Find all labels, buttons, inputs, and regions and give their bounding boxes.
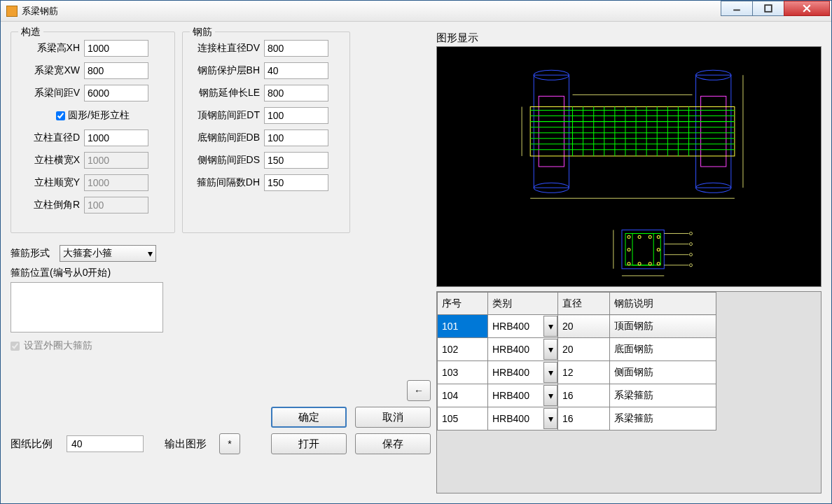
xh-label: 系梁高XH: [18, 42, 80, 55]
cell-desc[interactable]: 系梁箍筋: [610, 384, 716, 407]
cell-dia[interactable]: 20: [558, 338, 610, 361]
table-row[interactable]: 104HRB400▾16系梁箍筋: [438, 384, 716, 407]
dh-label: 箍筋间隔数DH: [190, 176, 260, 189]
cell-dia[interactable]: 20: [558, 315, 610, 338]
xw-label: 系梁宽XW: [18, 64, 80, 77]
output-label: 输出图形: [165, 438, 207, 451]
cell-cat[interactable]: HRB400▾: [488, 361, 558, 384]
th-cat[interactable]: 类别: [488, 293, 558, 315]
db-input[interactable]: [264, 130, 328, 146]
le-label: 钢筋延伸长LE: [190, 87, 260, 99]
xh-input[interactable]: [84, 40, 148, 57]
ds-input[interactable]: [264, 152, 328, 169]
cell-seq[interactable]: 101: [438, 315, 488, 338]
bh-label: 钢筋保护层BH: [190, 64, 260, 77]
cell-seq[interactable]: 105: [438, 407, 488, 430]
close-button[interactable]: [784, 1, 830, 16]
chevron-down-icon[interactable]: ▾: [543, 316, 557, 337]
cell-desc[interactable]: 侧面钢筋: [610, 361, 716, 384]
window-title: 系梁钢筋: [22, 5, 721, 18]
chevron-down-icon[interactable]: ▾: [543, 408, 557, 429]
scale-input[interactable]: [67, 435, 144, 452]
rebar-table[interactable]: 序号 类别 直径 钢筋说明 101HRB400▾20顶面钢筋102HRB400▾…: [436, 291, 821, 493]
cell-dia[interactable]: 16: [558, 384, 610, 407]
svg-point-51: [690, 243, 693, 246]
y-label: 立柱顺宽Y: [18, 176, 80, 189]
cell-desc[interactable]: 顶面钢筋: [610, 315, 716, 338]
cell-seq[interactable]: 103: [438, 361, 488, 384]
dv-label: 连接柱直径DV: [190, 42, 260, 55]
rebar-legend: 钢筋: [190, 26, 215, 38]
rebar-group: 钢筋 连接柱直径DV 钢筋保护层BH 钢筋延伸长LE 顶钢筋间距DT 底钢筋间距…: [182, 31, 350, 233]
maximize-button[interactable]: [752, 1, 784, 16]
table-row[interactable]: 105HRB400▾16系梁箍筋: [438, 407, 716, 430]
bh-input[interactable]: [264, 62, 328, 79]
open-button[interactable]: 打开: [271, 433, 347, 454]
cell-desc[interactable]: 底面钢筋: [610, 338, 716, 361]
svg-point-43: [638, 262, 641, 265]
table-row[interactable]: 102HRB400▾20底面钢筋: [438, 338, 716, 361]
output-button[interactable]: *: [219, 433, 240, 454]
chevron-down-icon: ▾: [148, 248, 153, 259]
svg-rect-36: [625, 234, 660, 265]
table-row[interactable]: 103HRB400▾12侧面钢筋: [438, 361, 716, 384]
svg-point-45: [657, 262, 660, 265]
table-row[interactable]: 101HRB400▾20顶面钢筋: [438, 315, 716, 338]
svg-point-53: [690, 253, 693, 256]
cell-dia[interactable]: 12: [558, 361, 610, 384]
arrow-left-icon: ←: [414, 385, 424, 396]
svg-point-42: [628, 262, 630, 265]
cell-cat[interactable]: HRB400▾: [488, 407, 558, 430]
dt-input[interactable]: [264, 107, 328, 124]
save-button[interactable]: 保存: [355, 433, 431, 454]
dv-input[interactable]: [264, 40, 328, 57]
chevron-down-icon[interactable]: ▾: [543, 385, 557, 406]
cell-cat[interactable]: HRB400▾: [488, 384, 558, 407]
th-seq[interactable]: 序号: [438, 293, 488, 315]
cancel-button[interactable]: 取消: [355, 407, 431, 428]
svg-point-39: [638, 236, 641, 239]
svg-point-38: [628, 236, 630, 239]
th-desc[interactable]: 钢筋说明: [610, 293, 716, 315]
shape-checkbox[interactable]: [56, 111, 65, 120]
svg-rect-1: [765, 5, 772, 12]
svg-point-47: [657, 248, 660, 251]
structure-legend: 构造: [18, 26, 43, 38]
cell-seq[interactable]: 102: [438, 338, 488, 361]
app-icon: [6, 6, 18, 17]
dh-input[interactable]: [264, 174, 328, 191]
v-label: 系梁间距V: [18, 87, 80, 99]
db-label: 底钢筋间距DB: [190, 132, 260, 144]
ds-label: 侧钢筋间距DS: [190, 154, 260, 167]
stirrup-pos-label: 箍筋位置(编号从0开始): [11, 267, 431, 279]
shape-label: 圆形/矩形立柱: [68, 109, 130, 122]
dt-label: 顶钢筋间距DT: [190, 109, 260, 122]
preview-legend: 图形显示: [436, 31, 821, 45]
stirrup-pos-list[interactable]: [11, 282, 163, 332]
svg-point-46: [628, 248, 630, 251]
xw-input[interactable]: [84, 62, 148, 79]
y-input: [84, 174, 148, 191]
r-input: [84, 197, 148, 214]
x-label: 立柱横宽X: [18, 154, 80, 167]
stirrup-type-label: 箍筋形式: [11, 247, 55, 260]
cell-desc[interactable]: 系梁箍筋: [610, 407, 716, 430]
stirrup-type-select[interactable]: 大箍套小箍 ▾: [60, 245, 156, 262]
ok-button[interactable]: 确定: [271, 407, 347, 428]
svg-point-41: [657, 236, 660, 239]
svg-rect-10: [530, 107, 735, 156]
cell-cat[interactable]: HRB400▾: [488, 315, 558, 338]
cell-cat[interactable]: HRB400▾: [488, 338, 558, 361]
th-dia[interactable]: 直径: [558, 293, 610, 315]
chevron-down-icon[interactable]: ▾: [543, 362, 557, 383]
le-input[interactable]: [264, 85, 328, 102]
structure-group: 构造 系梁高XH 系梁宽XW 系梁间距V 圆形/矩形立柱 立柱直径D 立柱横宽X…: [11, 31, 175, 233]
arrow-left-button[interactable]: ←: [407, 380, 431, 401]
minimize-button[interactable]: [721, 1, 753, 16]
r-label: 立柱倒角R: [18, 199, 80, 211]
cell-dia[interactable]: 16: [558, 407, 610, 430]
cell-seq[interactable]: 104: [438, 384, 488, 407]
v-input[interactable]: [84, 85, 148, 102]
d-input[interactable]: [84, 130, 148, 146]
chevron-down-icon[interactable]: ▾: [543, 339, 557, 360]
